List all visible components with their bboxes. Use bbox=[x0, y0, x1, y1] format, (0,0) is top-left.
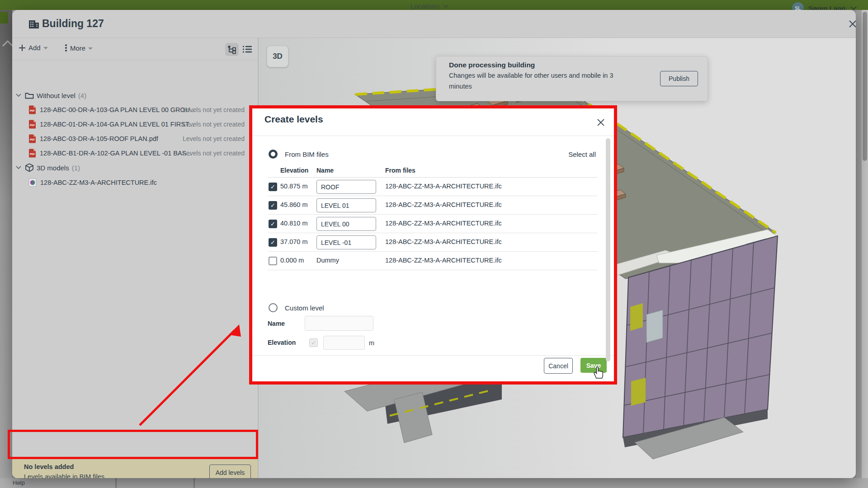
level-name-input[interactable] bbox=[316, 217, 376, 231]
help-link[interactable]: Help bbox=[13, 479, 25, 486]
column-header-name: Name bbox=[316, 167, 334, 174]
page-title: Building 127 bbox=[42, 18, 104, 30]
level-checkbox-checked[interactable]: ✓ bbox=[269, 238, 277, 247]
tree-group-without-level[interactable]: Without level (4) bbox=[12, 89, 257, 102]
kebab-menu-icon bbox=[65, 44, 67, 52]
plus-icon bbox=[19, 44, 26, 52]
radio-label: From BIM files bbox=[285, 150, 329, 158]
banner-subtitle: Levels available in BIM files bbox=[24, 473, 104, 478]
panel-header: Building 127 bbox=[12, 10, 856, 38]
level-checkbox-checked[interactable]: ✓ bbox=[269, 220, 277, 228]
group-count: (1) bbox=[72, 164, 80, 172]
top-nav-bar: Locations SL Søren Lang bbox=[0, 0, 868, 10]
level-row: ✓ 0.000 m Dummy 128-ABC-ZZ-M3-A-ARCHITEC… bbox=[252, 252, 614, 270]
divider bbox=[268, 270, 598, 270]
chevron-down-icon bbox=[16, 166, 22, 169]
list-view-icon bbox=[242, 45, 252, 53]
group-label: 3D models bbox=[37, 164, 69, 172]
level-checkbox-unchecked[interactable]: ✓ bbox=[269, 257, 277, 265]
custom-name-input[interactable] bbox=[305, 316, 373, 331]
dialog-title: Create levels bbox=[264, 114, 323, 125]
list-view-button[interactable] bbox=[241, 44, 253, 55]
divider bbox=[252, 136, 614, 136]
caret-down-icon bbox=[88, 47, 93, 50]
level-checkbox-checked[interactable]: ✓ bbox=[269, 183, 277, 191]
file-name: 128-ABC-01-DR-A-104-GA PLAN LEVEL 01 FIR… bbox=[40, 121, 194, 128]
level-name-input[interactable] bbox=[316, 198, 376, 212]
view-mode-3d-button[interactable]: 3D bbox=[267, 46, 288, 67]
tree-view-icon bbox=[227, 45, 236, 54]
file-status: Levels not yet created bbox=[183, 135, 245, 142]
elevation-value: 0.000 m bbox=[280, 257, 304, 264]
level-checkbox-checked[interactable]: ✓ bbox=[269, 201, 277, 210]
locations-dropdown[interactable]: Locations bbox=[410, 2, 448, 10]
file-name: 128-ABC-B1-DR-A-102-GA PLAN LEVEL -01 BA… bbox=[40, 150, 192, 157]
svg-text:PDF: PDF bbox=[30, 153, 35, 155]
source-file: 128-ABC-ZZ-M3-A-ARCHITECTURE.ifc bbox=[385, 238, 502, 245]
add-label: Add bbox=[28, 44, 41, 52]
background-bottom-strip bbox=[0, 478, 868, 488]
level-row: ✓ 50.875 m 128-ABC-ZZ-M3-A-ARCHITECTURE.… bbox=[252, 178, 614, 196]
add-button[interactable]: Add bbox=[19, 44, 48, 52]
divider bbox=[252, 355, 614, 356]
add-levels-button[interactable]: Add levels bbox=[209, 465, 251, 478]
custom-elevation-input[interactable] bbox=[323, 336, 365, 350]
level-name-input[interactable] bbox=[316, 235, 376, 249]
elevation-value: 40.810 m bbox=[280, 220, 307, 227]
level-row: ✓ 37.070 m 128-ABC-ZZ-M3-A-ARCHITECTURE.… bbox=[252, 233, 614, 252]
group-label: Without level bbox=[37, 92, 75, 99]
radio-selected-icon bbox=[269, 150, 278, 159]
tree-group-3d-models[interactable]: 3D models (1) bbox=[12, 161, 257, 174]
tree-view-button[interactable] bbox=[225, 43, 239, 56]
custom-name-label: Name bbox=[268, 320, 285, 327]
tree-model-row[interactable]: 128-ABC-ZZ-M3-A-ARCHITECTURE.ifc bbox=[12, 176, 257, 189]
page-scrollbar-thumb[interactable] bbox=[863, 12, 867, 161]
banner-title: No levels added bbox=[24, 463, 74, 470]
close-icon bbox=[848, 19, 856, 28]
unit-label: m bbox=[369, 339, 374, 347]
chevron-down-icon bbox=[850, 6, 857, 10]
tree-file-row[interactable]: PDF 128-ABC-01-DR-A-104-GA PLAN LEVEL 01… bbox=[12, 117, 257, 131]
pdf-file-icon: PDF bbox=[28, 120, 36, 129]
cancel-button[interactable]: Cancel bbox=[544, 358, 573, 374]
radio-from-bim-files[interactable]: From BIM files bbox=[269, 150, 329, 159]
dialog-scrollbar-thumb[interactable] bbox=[606, 138, 610, 361]
publish-button[interactable]: Publish bbox=[660, 71, 698, 86]
panel-close-button[interactable] bbox=[847, 18, 856, 30]
locations-label: Locations bbox=[410, 2, 439, 10]
dialog-close-button[interactable] bbox=[595, 117, 607, 128]
background-nav-fragment bbox=[0, 12, 8, 23]
select-all-link[interactable]: Select all bbox=[542, 150, 596, 158]
group-count: (4) bbox=[78, 92, 86, 99]
caret-down-icon bbox=[43, 47, 48, 49]
level-row: ✓ 45.860 m 128-ABC-ZZ-M3-A-ARCHITECTURE.… bbox=[252, 196, 614, 215]
radio-custom-level[interactable]: Custom level bbox=[269, 303, 324, 312]
highlight-rectangle-annotation bbox=[8, 430, 258, 459]
notification-text: Changes will be available for other user… bbox=[449, 72, 613, 79]
file-status: Levels not yet created bbox=[183, 121, 245, 128]
svg-text:PDF: PDF bbox=[30, 109, 35, 112]
tree-file-row[interactable]: PDF 128-ABC-B1-DR-A-102-GA PLAN LEVEL -0… bbox=[12, 146, 257, 160]
source-file: 128-ABC-ZZ-M3-A-ARCHITECTURE.ifc bbox=[385, 201, 502, 208]
user-name: Søren Lang bbox=[808, 5, 846, 10]
pdf-file-icon: PDF bbox=[28, 149, 36, 158]
file-name: 128-ABC-00-DR-A-103-GA PLAN LEVEL 00 GRO… bbox=[40, 106, 195, 113]
avatar: SL bbox=[792, 2, 804, 10]
elevation-value: 45.860 m bbox=[280, 201, 307, 208]
level-name-static: Dummy bbox=[316, 257, 339, 264]
tree-file-row[interactable]: PDF 128-ABC-00-DR-A-103-GA PLAN LEVEL 00… bbox=[12, 103, 257, 117]
file-status: Levels not yet created bbox=[183, 106, 245, 113]
arrow-annotation bbox=[131, 316, 249, 434]
more-button[interactable]: More bbox=[65, 44, 93, 52]
close-icon bbox=[597, 118, 605, 127]
pdf-file-icon: PDF bbox=[28, 134, 36, 143]
background-divider bbox=[115, 478, 117, 488]
level-name-input[interactable] bbox=[316, 180, 376, 194]
source-file: 128-ABC-ZZ-M3-A-ARCHITECTURE.ifc bbox=[385, 257, 502, 264]
more-label: More bbox=[70, 44, 85, 52]
user-menu[interactable]: SL Søren Lang bbox=[792, 2, 857, 10]
file-name: 128-ABC-03-DR-A-105-ROOF PLAN.pdf bbox=[40, 135, 158, 142]
elevation-checkbox-disabled: ✓ bbox=[309, 338, 318, 347]
tree-file-row[interactable]: PDF 128-ABC-03-DR-A-105-ROOF PLAN.pdf Le… bbox=[12, 132, 257, 145]
chevron-down-icon bbox=[443, 5, 448, 8]
